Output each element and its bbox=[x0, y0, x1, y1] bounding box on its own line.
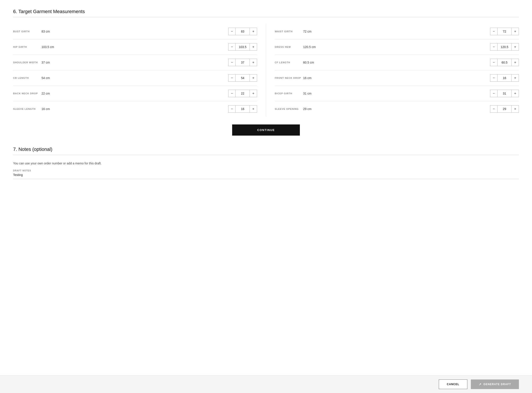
stepper-waist-girth: −+ bbox=[490, 28, 519, 35]
measurement-row-shoulder-width: SHOULDER WIDTH37 cm−+ bbox=[13, 55, 257, 70]
stepper-cb-length: −+ bbox=[228, 74, 257, 82]
minus-btn-bicep-girth[interactable]: − bbox=[490, 90, 498, 97]
measurement-row-sleeve-opening: SLEEVE OPENING29 cm−+ bbox=[275, 101, 519, 117]
plus-btn-back-neck-drop[interactable]: + bbox=[250, 90, 257, 97]
minus-btn-sleeve-opening[interactable]: − bbox=[490, 105, 498, 113]
plus-btn-bicep-girth[interactable]: + bbox=[512, 90, 519, 97]
label-waist-girth: WAIST GIRTH bbox=[275, 30, 303, 33]
plus-btn-waist-girth[interactable]: + bbox=[512, 28, 519, 35]
value-display-waist-girth: 72 cm bbox=[303, 30, 320, 33]
continue-button[interactable]: CONTINUE bbox=[232, 124, 300, 136]
stepper-dress-hem: −+ bbox=[490, 43, 519, 51]
page-wrapper: 6. Target Garment Measurements BUST GIRT… bbox=[0, 0, 532, 393]
section7-title: 7. Notes (optional) bbox=[13, 147, 519, 152]
measurement-row-bust-girth: BUST GIRTH83 cm−+ bbox=[13, 24, 257, 39]
value-display-front-neck-drop: 16 cm bbox=[303, 76, 320, 80]
label-sleeve-opening: SLEEVE OPENING bbox=[275, 108, 303, 110]
plus-btn-dress-hem[interactable]: + bbox=[512, 43, 519, 51]
draft-notes-container: DRAFT NOTES Testing bbox=[13, 169, 519, 179]
minus-btn-dress-hem[interactable]: − bbox=[490, 43, 498, 51]
footer-bar: CANCEL ↗ GENERATE DRAFT bbox=[0, 375, 532, 393]
input-bust-girth[interactable] bbox=[236, 28, 250, 35]
measurement-row-sleeve-length: SLEEVE LENGTH16 cm−+ bbox=[13, 101, 257, 117]
label-shoulder-width: SHOULDER WIDTH bbox=[13, 61, 41, 64]
stepper-back-neck-drop: −+ bbox=[228, 90, 257, 97]
label-front-neck-drop: FRONT NECK DROP bbox=[275, 77, 303, 79]
label-bicep-girth: BICEP GIRTH bbox=[275, 92, 303, 95]
value-display-back-neck-drop: 22 cm bbox=[41, 92, 59, 95]
measurements-col-left: BUST GIRTH83 cm−+HIP GIRTH103.5 cm−+SHOU… bbox=[13, 24, 266, 117]
label-dress-hem: DRESS HEM bbox=[275, 46, 303, 48]
plus-btn-cf-length[interactable]: + bbox=[512, 59, 519, 66]
measurement-row-hip-girth: HIP GIRTH103.5 cm−+ bbox=[13, 39, 257, 55]
arrow-icon: ↗ bbox=[479, 383, 482, 386]
section6-divider bbox=[13, 17, 519, 17]
plus-btn-front-neck-drop[interactable]: + bbox=[512, 74, 519, 82]
measurement-row-dress-hem: DRESS HEM120.5 cm−+ bbox=[275, 39, 519, 55]
stepper-bicep-girth: −+ bbox=[490, 90, 519, 97]
plus-btn-sleeve-length[interactable]: + bbox=[250, 105, 257, 113]
value-display-bicep-girth: 31 cm bbox=[303, 92, 320, 95]
minus-btn-bust-girth[interactable]: − bbox=[228, 28, 236, 35]
minus-btn-front-neck-drop[interactable]: − bbox=[490, 74, 498, 82]
section7-divider bbox=[13, 155, 519, 155]
plus-btn-sleeve-opening[interactable]: + bbox=[512, 105, 519, 113]
label-back-neck-drop: BACK NECK DROP bbox=[13, 92, 41, 95]
input-shoulder-width[interactable] bbox=[236, 59, 250, 66]
value-display-shoulder-width: 37 cm bbox=[41, 61, 59, 64]
notes-subtitle: You can use your own order number or add… bbox=[13, 162, 519, 165]
minus-btn-sleeve-length[interactable]: − bbox=[228, 105, 236, 113]
input-front-neck-drop[interactable] bbox=[498, 74, 512, 82]
stepper-bust-girth: −+ bbox=[228, 28, 257, 35]
input-cb-length[interactable] bbox=[236, 74, 250, 82]
input-dress-hem[interactable] bbox=[498, 43, 512, 51]
measurement-row-cf-length: CF LENGTH60.5 cm−+ bbox=[275, 55, 519, 70]
plus-btn-cb-length[interactable]: + bbox=[250, 74, 257, 82]
input-waist-girth[interactable] bbox=[498, 28, 512, 35]
input-hip-girth[interactable] bbox=[236, 43, 250, 51]
generate-draft-button[interactable]: ↗ GENERATE DRAFT bbox=[471, 379, 519, 389]
minus-btn-cb-length[interactable]: − bbox=[228, 74, 236, 82]
draft-value: Testing bbox=[13, 173, 519, 179]
continue-container: CONTINUE bbox=[13, 124, 519, 136]
draft-label: DRAFT NOTES bbox=[13, 169, 519, 172]
cancel-button[interactable]: CANCEL bbox=[439, 379, 467, 389]
input-bicep-girth[interactable] bbox=[498, 90, 512, 97]
measurement-row-front-neck-drop: FRONT NECK DROP16 cm−+ bbox=[275, 70, 519, 86]
plus-btn-bust-girth[interactable]: + bbox=[250, 28, 257, 35]
stepper-hip-girth: −+ bbox=[228, 43, 257, 51]
measurement-row-bicep-girth: BICEP GIRTH31 cm−+ bbox=[275, 86, 519, 101]
stepper-shoulder-width: −+ bbox=[228, 59, 257, 66]
plus-btn-shoulder-width[interactable]: + bbox=[250, 59, 257, 66]
stepper-cf-length: −+ bbox=[490, 59, 519, 66]
stepper-front-neck-drop: −+ bbox=[490, 74, 519, 82]
value-display-hip-girth: 103.5 cm bbox=[41, 45, 59, 49]
value-display-dress-hem: 120.5 cm bbox=[303, 45, 320, 49]
plus-btn-hip-girth[interactable]: + bbox=[250, 43, 257, 51]
input-sleeve-length[interactable] bbox=[236, 105, 250, 113]
measurement-row-back-neck-drop: BACK NECK DROP22 cm−+ bbox=[13, 86, 257, 101]
value-display-sleeve-length: 16 cm bbox=[41, 107, 59, 111]
label-sleeve-length: SLEEVE LENGTH bbox=[13, 108, 41, 110]
measurement-row-waist-girth: WAIST GIRTH72 cm−+ bbox=[275, 24, 519, 39]
measurement-row-cb-length: CB LENGTH54 cm−+ bbox=[13, 70, 257, 86]
minus-btn-cf-length[interactable]: − bbox=[490, 59, 498, 66]
minus-btn-back-neck-drop[interactable]: − bbox=[228, 90, 236, 97]
generate-label: GENERATE DRAFT bbox=[483, 383, 511, 386]
value-display-sleeve-opening: 29 cm bbox=[303, 107, 320, 111]
minus-btn-hip-girth[interactable]: − bbox=[228, 43, 236, 51]
stepper-sleeve-length: −+ bbox=[228, 105, 257, 113]
measurements-col-right: WAIST GIRTH72 cm−+DRESS HEM120.5 cm−+CF … bbox=[266, 24, 519, 117]
value-display-cf-length: 60.5 cm bbox=[303, 61, 320, 64]
label-cb-length: CB LENGTH bbox=[13, 77, 41, 79]
label-hip-girth: HIP GIRTH bbox=[13, 46, 41, 48]
input-cf-length[interactable] bbox=[498, 59, 512, 66]
input-sleeve-opening[interactable] bbox=[498, 105, 512, 113]
section6-title: 6. Target Garment Measurements bbox=[13, 9, 519, 15]
minus-btn-shoulder-width[interactable]: − bbox=[228, 59, 236, 66]
value-display-cb-length: 54 cm bbox=[41, 76, 59, 80]
minus-btn-waist-girth[interactable]: − bbox=[490, 28, 498, 35]
label-cf-length: CF LENGTH bbox=[275, 61, 303, 64]
label-bust-girth: BUST GIRTH bbox=[13, 30, 41, 33]
input-back-neck-drop[interactable] bbox=[236, 90, 250, 97]
